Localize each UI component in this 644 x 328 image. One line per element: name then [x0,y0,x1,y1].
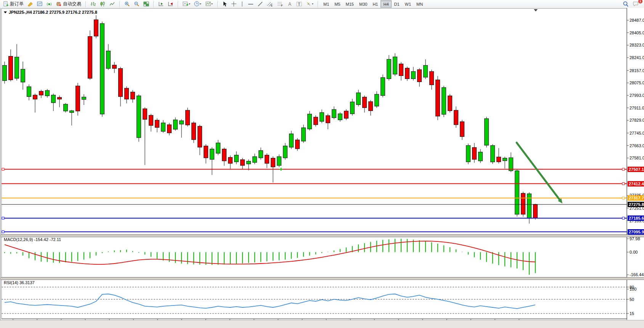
candle-body [491,146,495,162]
candle-body [167,125,172,133]
timeframe-m30[interactable]: M30 [357,0,370,8]
price-badge-27412.4: 27412.4 [628,181,644,187]
arrows-button[interactable] [304,0,315,8]
cursor-button[interactable] [220,0,229,8]
notification-badge: 1 [638,0,642,3]
line-handle[interactable] [2,217,4,219]
candle-body [515,171,519,214]
tile-windows-button[interactable] [141,0,151,8]
bar-chart-button[interactable] [88,0,98,8]
candle-body [503,158,507,161]
text-icon: A [287,1,292,7]
text-button[interactable]: A [286,0,294,8]
candle-body [521,193,525,214]
pane-separator-macd[interactable] [1,235,644,237]
price-badge-27507.1: 27507.1 [628,167,644,172]
macd-tick-97.98: 97.98 [630,236,640,241]
candle-body [106,51,111,69]
price-tick-28075.0: 28075.0 [630,80,644,85]
timeframe-h4[interactable]: H4 [381,0,391,8]
candle-body [363,97,367,108]
pane-separator-rsi[interactable] [1,277,644,280]
candle-body [375,94,379,106]
price-tick-27745.0: 27745.0 [630,131,644,135]
mt4-window: + 新订单 自动交易 [0,0,644,328]
candle-body [131,92,135,99]
candle-body [186,110,190,125]
symbol-ohlc-text: JPN225-,H4 27186.2 27275.9 27176.2 27275… [9,10,97,14]
candle-body [472,148,477,159]
svg-text:F: F [281,4,283,7]
candle-body [155,120,159,127]
search-button[interactable] [621,0,631,8]
line-chart-button[interactable] [108,0,117,8]
candle-body [180,121,184,124]
channel-button[interactable]: E [265,0,275,8]
zoom-out-button[interactable] [132,0,141,8]
candle-body [424,65,428,77]
indicators-button[interactable]: + [181,0,192,8]
candle-body [527,194,532,219]
price-tick-27829.0: 27829.0 [630,118,644,122]
candle-body [82,97,86,99]
chart-canvas[interactable] [1,8,644,328]
crosshair-button[interactable] [229,0,239,8]
signal-icon [47,1,52,7]
svg-text:T: T [298,2,300,6]
candle-body [198,126,202,147]
period-button[interactable] [192,0,204,8]
timeframe-m5[interactable]: M5 [332,0,343,8]
autoscroll-button[interactable] [166,0,175,8]
notifications-button[interactable]: 1 [631,0,641,8]
chart-shift-marker[interactable] [534,9,538,11]
timeframe-mn[interactable]: MN [414,0,426,8]
candle-body [466,146,471,162]
candle-body [39,91,43,95]
shift-end-button[interactable] [156,0,166,8]
candle-body [326,116,330,123]
hline-button[interactable] [246,0,255,8]
candle-body [15,57,19,79]
candle-body [399,64,403,76]
label-button[interactable]: T [294,0,304,8]
timeframe-h1[interactable]: H1 [370,0,381,8]
candle-body [51,95,56,103]
rsi-tick-80: 80 [630,285,634,289]
new-order-icon: + [3,1,9,7]
line-handle[interactable] [2,231,4,233]
bottom-strip [0,320,644,328]
shift-end-icon [158,1,164,7]
new-order-button[interactable]: + 新订单 [1,0,26,8]
symbol-collapse-icon[interactable] [4,11,7,13]
timeframe-d1[interactable]: D1 [392,0,402,8]
candle-body [143,109,147,119]
fibonacci-button[interactable]: F [275,0,286,8]
timeframe-m1[interactable]: M1 [321,0,332,8]
line-handle[interactable] [2,168,4,170]
highlighter-button[interactable] [26,0,35,8]
chart-window-button[interactable] [35,0,45,8]
signal-button[interactable] [45,0,54,8]
zoom-in-button[interactable] [122,0,132,8]
vline-button[interactable] [239,0,246,8]
line-handle[interactable] [622,183,625,185]
line-handle[interactable] [622,168,625,170]
timeframe-w1[interactable]: W1 [402,0,414,8]
template-button[interactable] [204,0,215,8]
auto-trading-label: 自动交易 [63,1,81,7]
candle-body [21,69,25,82]
line-handle[interactable] [622,197,625,199]
rsi-tick-50: 50 [630,297,634,302]
candle-body [100,24,104,114]
trendline-button[interactable] [255,0,265,8]
timeframe-m15[interactable]: M15 [343,0,357,8]
candle-body [430,71,434,85]
hline-icon [248,1,254,7]
candlestick-button[interactable] [98,0,108,8]
cursor-icon [222,1,227,7]
auto-trading-button[interactable]: 自动交易 [54,0,83,8]
chart-area[interactable]: JPN225-,H4 27186.2 27275.9 27176.2 27275… [0,8,644,328]
candle-body [314,117,318,125]
line-handle[interactable] [622,217,625,219]
candle-body [283,146,287,158]
